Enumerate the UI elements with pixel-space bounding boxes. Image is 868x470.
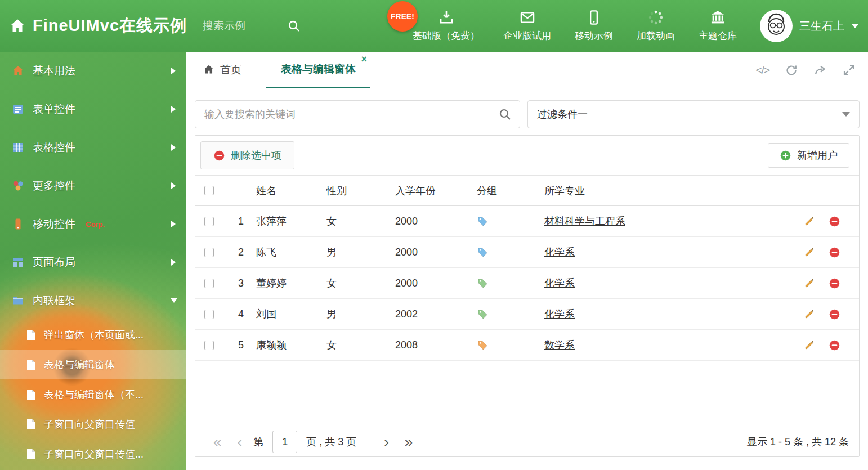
spinner-icon: [648, 10, 664, 25]
sidebar-item-form-controls[interactable]: 表单控件: [0, 90, 186, 128]
edit-pencil-icon[interactable]: [804, 247, 815, 258]
nav-label: 基础版（免费）: [413, 29, 480, 42]
file-icon: [26, 359, 36, 370]
sidebar-subitem-label: 子窗口向父窗口传值...: [44, 447, 144, 461]
divider: [368, 435, 368, 449]
bank-icon: [710, 10, 726, 25]
delete-selected-button[interactable]: 删除选中项: [200, 141, 294, 169]
sidebar-subitem-label: 表格与编辑窗体: [44, 358, 115, 371]
sidebar-subitem-popup-window[interactable]: 弹出窗体（本页面或...: [0, 320, 186, 350]
chevron-right-icon: [171, 259, 176, 266]
source-code-icon[interactable]: </>: [756, 64, 769, 77]
sidebar-item-basic-usage[interactable]: 基本用法: [0, 52, 186, 90]
cell-year: 2000: [388, 216, 470, 227]
sidebar-item-inline-frame[interactable]: 内联框架: [0, 281, 186, 320]
keyword-search-box[interactable]: [195, 100, 520, 128]
table-row: 4 刘国 男 2002 化学系: [195, 299, 859, 330]
keyword-search-input[interactable]: [195, 109, 498, 120]
record-summary: 显示 1 - 5 条 , 共 12 条: [747, 435, 849, 449]
nav-item-enterprise-trial[interactable]: 企业版试用: [491, 0, 563, 52]
page-number-input[interactable]: [272, 431, 297, 453]
user-avatar: [760, 10, 793, 42]
file-icon: [26, 419, 36, 430]
delete-row-icon[interactable]: [829, 247, 840, 258]
filter-dropdown-value: 过滤条件一: [537, 108, 588, 121]
plus-circle-icon: [780, 150, 791, 162]
tag-icon: [470, 277, 538, 289]
sidebar-subitem-child-to-parent[interactable]: 子窗口向父窗口传值: [0, 409, 186, 439]
last-page-button[interactable]: »: [397, 435, 420, 449]
sidebar-item-page-layout[interactable]: 页面布局: [0, 243, 186, 281]
major-link[interactable]: 化学系: [544, 308, 575, 320]
table-row: 3 董婷婷 女 2000 化学系: [195, 268, 859, 299]
top-search-input[interactable]: [203, 20, 287, 32]
close-icon[interactable]: ×: [361, 54, 367, 64]
sidebar-item-label: 内联框架: [33, 293, 75, 308]
sidebar-item-mobile-controls[interactable]: 移动控件 Corp.: [0, 205, 186, 243]
sidebar-item-grid-controls[interactable]: 表格控件: [0, 128, 186, 167]
edit-pencil-icon[interactable]: [804, 277, 815, 289]
major-link[interactable]: 材料科学与工程系: [544, 216, 625, 227]
add-user-button[interactable]: 新增用户: [768, 143, 849, 168]
file-icon: [26, 329, 36, 341]
nav-item-mobile-demo[interactable]: 移动示例: [563, 0, 625, 52]
tab-grid-edit-window[interactable]: 表格与编辑窗体 ×: [266, 52, 370, 88]
chevron-right-icon: [171, 106, 176, 113]
column-header-major[interactable]: 所学专业: [538, 184, 797, 198]
first-page-button[interactable]: «: [205, 435, 229, 449]
cell-gender: 女: [320, 276, 388, 290]
expand-icon[interactable]: [842, 64, 856, 77]
layout-icon: [11, 256, 25, 269]
sidebar-subitem-child-to-parent-alt[interactable]: 子窗口向父窗口传值...: [0, 439, 186, 469]
row-checkbox[interactable]: [204, 310, 214, 319]
tab-home[interactable]: 首页: [203, 62, 241, 77]
column-header-year[interactable]: 入学年份: [388, 184, 470, 198]
nav-item-loading-animations[interactable]: 加载动画: [625, 0, 687, 52]
major-link[interactable]: 化学系: [544, 247, 575, 258]
share-icon[interactable]: [813, 64, 827, 77]
delete-row-icon[interactable]: [829, 216, 840, 227]
sidebar-subitem-grid-edit-window[interactable]: 表格与编辑窗体: [0, 350, 186, 379]
user-name: 三生石上: [799, 19, 844, 34]
tab-label: 表格与编辑窗体: [281, 62, 356, 77]
user-menu[interactable]: 三生石上: [760, 0, 859, 52]
tab-toolbar: </>: [756, 52, 856, 88]
row-checkbox[interactable]: [204, 341, 214, 350]
major-link[interactable]: 数学系: [544, 339, 575, 351]
filter-dropdown[interactable]: 过滤条件一: [527, 100, 860, 128]
cell-year: 2000: [388, 277, 470, 289]
next-page-button[interactable]: ›: [376, 435, 397, 449]
cell-gender: 男: [320, 307, 388, 321]
home-icon: [203, 64, 215, 76]
nav-item-theme-repository[interactable]: 主题仓库: [687, 0, 749, 52]
delete-row-icon[interactable]: [829, 339, 840, 351]
edit-pencil-icon[interactable]: [804, 308, 815, 320]
mobile-icon: [11, 217, 25, 231]
prev-page-button[interactable]: ‹: [229, 435, 250, 449]
table-empty-area: [195, 361, 859, 427]
edit-pencil-icon[interactable]: [804, 339, 815, 351]
column-header-group[interactable]: 分组: [470, 184, 538, 198]
top-search[interactable]: [203, 19, 315, 33]
cell-gender: 女: [320, 214, 388, 228]
sidebar-item-more-controls[interactable]: 更多控件: [0, 167, 186, 205]
search-icon[interactable]: [287, 19, 301, 33]
delete-row-icon[interactable]: [829, 308, 840, 320]
refresh-icon[interactable]: [785, 64, 798, 77]
delete-row-icon[interactable]: [829, 277, 840, 289]
row-checkbox[interactable]: [204, 279, 214, 288]
sidebar-subitem-grid-edit-window-alt[interactable]: 表格与编辑窗体（不...: [0, 379, 186, 409]
brand[interactable]: FineUIMvc在线示例: [0, 15, 187, 37]
home-icon: [9, 17, 26, 34]
column-header-gender[interactable]: 性别: [320, 184, 388, 198]
column-header-name[interactable]: 姓名: [249, 184, 320, 198]
row-checkbox[interactable]: [204, 217, 214, 226]
cell-name: 陈飞: [249, 245, 320, 259]
edit-pencil-icon[interactable]: [804, 216, 815, 227]
button-label: 删除选中项: [231, 149, 281, 162]
search-icon[interactable]: [498, 108, 512, 121]
major-link[interactable]: 化学系: [544, 277, 575, 289]
select-all-checkbox[interactable]: [204, 186, 214, 195]
row-checkbox[interactable]: [204, 248, 214, 257]
table-icon: [11, 141, 25, 154]
